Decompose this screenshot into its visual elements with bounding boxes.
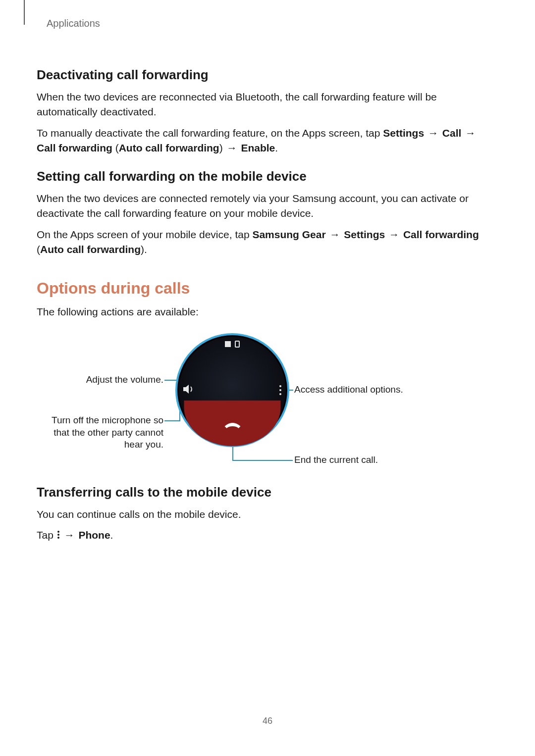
more-options-icon (279, 383, 281, 397)
volume-icon (182, 384, 195, 397)
header-rule (24, 0, 25, 25)
lead-line (232, 460, 293, 461)
setcf-p2: On the Apps screen of your mobile device… (37, 227, 498, 257)
status-icon (235, 341, 240, 348)
label-call: Call (442, 127, 462, 139)
options-intro: The following actions are available: (37, 304, 498, 319)
page-number: 46 (263, 716, 272, 726)
text: . (275, 142, 278, 153)
page-content: Deactivating call forwarding When the tw… (37, 54, 498, 549)
setcf-p1: When the two devices are connected remot… (37, 191, 498, 221)
heading-deactivating: Deactivating call forwarding (37, 67, 498, 83)
label-phone: Phone (78, 529, 110, 541)
text: Tap (37, 529, 56, 541)
label-settings: Settings (383, 127, 424, 139)
heading-transferring-calls: Transferring calls to the mobile device (37, 485, 498, 500)
status-icons (225, 341, 240, 348)
heading-options-during-calls: Options during calls (37, 279, 498, 298)
transfer-p1: You can continue calls on the mobile dev… (37, 507, 498, 522)
transfer-p2: Tap → Phone. (37, 528, 498, 543)
arrow-icon: → (329, 227, 341, 242)
label-samsung-gear: Samsung Gear (252, 229, 325, 240)
status-icon (225, 341, 231, 347)
callout-more-options: Access additional options. (294, 384, 403, 396)
text: On the Apps screen of your mobile device… (37, 229, 252, 240)
text: ). (141, 244, 147, 255)
text: ) (219, 142, 226, 153)
label-auto-call-forwarding: Auto call forwarding (119, 142, 219, 153)
watch-face (175, 333, 289, 447)
label-call-forwarding: Call forwarding (37, 142, 112, 153)
breadcrumb: Applications (47, 18, 100, 29)
arrow-icon: → (388, 227, 400, 242)
call-options-figure: Adjust the volume. Turn off the micropho… (37, 328, 498, 472)
lead-line (164, 420, 179, 421)
arrow-icon: → (427, 126, 439, 141)
arrow-icon: → (464, 126, 477, 141)
label-auto-call-forwarding: Auto call forwarding (40, 244, 141, 255)
heading-setting-cf: Setting call forwarding on the mobile de… (37, 169, 498, 184)
arrow-icon: → (63, 528, 76, 543)
arrow-icon: → (226, 141, 238, 155)
callout-end-call: End the current call. (294, 454, 378, 466)
callout-volume: Adjust the volume. (37, 374, 163, 386)
more-options-icon (56, 530, 60, 540)
label-settings: Settings (344, 229, 385, 240)
text: ( (37, 244, 40, 255)
deact-p2: To manually deactivate the call forwardi… (37, 126, 498, 156)
text: ( (112, 142, 119, 153)
text: . (110, 529, 113, 541)
label-call-forwarding: Call forwarding (403, 229, 479, 240)
deact-p1: When the two devices are reconnected via… (37, 90, 498, 120)
label-enable: Enable (241, 142, 275, 153)
callout-mute: Turn off the microphone so that the othe… (37, 414, 163, 451)
lead-line (232, 445, 233, 460)
end-call-button (184, 401, 281, 446)
end-call-icon (222, 419, 242, 429)
text: To manually deactivate the call forwardi… (37, 127, 383, 139)
